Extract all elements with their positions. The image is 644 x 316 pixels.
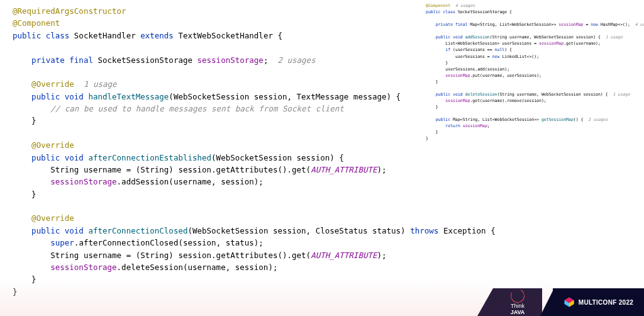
code-line: } (13, 115, 421, 127)
code-line: // can be used to handle messages sent b… (13, 103, 421, 115)
multiconf-text: MULTICONF 2022 (579, 299, 633, 306)
multiconf-logo: MULTICONF 2022 (553, 288, 644, 316)
code-line: } (13, 188, 421, 200)
code-line: private final SocketSessionStorage sessi… (13, 54, 421, 66)
code-line: } (426, 79, 635, 85)
code-line (426, 85, 635, 91)
code-line: sessionMap.put(username, userSessions); (426, 72, 635, 79)
code-line (426, 15, 635, 21)
code-line: return sessionMap; (426, 123, 635, 129)
code-line: String username = (String) session.getAt… (13, 164, 421, 176)
code-line: public void addSession(String username, … (426, 34, 635, 40)
usage-hint: 2 usages (277, 55, 315, 65)
code-line: @Override 1 usage (13, 78, 421, 90)
code-line: @Component (13, 17, 421, 29)
code-line: super.afterConnectionClosed(session, sta… (13, 237, 421, 249)
code-line (426, 28, 635, 34)
think-java-logo: ThinkJAVA (493, 288, 542, 316)
code-line: public void deleteSession(String usernam… (426, 91, 635, 98)
code-line: public void afterConnectionEstablished(W… (13, 152, 421, 164)
code-line: public class SocketHandler extends TextW… (13, 30, 421, 42)
code-line (13, 200, 421, 212)
code-line: sessionMap.get(username).remove(session)… (426, 98, 635, 104)
annotation: @Component (13, 18, 60, 28)
ring-icon (509, 287, 526, 304)
code-line (13, 42, 421, 54)
side-code-panel: @Component 4 usages public class SocketS… (426, 3, 635, 142)
usage-hint: 1 usage (84, 79, 117, 89)
code-line (13, 127, 421, 139)
code-line: public void afterConnectionClosed(WebSoc… (13, 225, 421, 237)
code-line: private final Map<String, List<WebSocket… (426, 21, 635, 28)
code-line: if (userSessions == null) { (426, 47, 635, 53)
code-line: @Override (13, 212, 421, 224)
code-line: public Map<String, List<WebSocketSession… (426, 116, 635, 123)
code-line: String username = (String) session.getAt… (13, 249, 421, 261)
code-line: } (13, 286, 421, 298)
code-line: @Component 4 usages (426, 3, 635, 9)
code-line: } (426, 60, 635, 66)
code-line: @RequiredArgsConstructor (13, 5, 421, 17)
main-code-panel: @RequiredArgsConstructor @Component publ… (13, 5, 421, 298)
code-line: public class SocketSessionStorage { (426, 9, 635, 15)
code-line: sessionStorage.deleteSession(username, s… (13, 261, 421, 273)
code-line: } (13, 273, 421, 285)
code-line (426, 110, 635, 116)
code-line: } (426, 104, 635, 110)
code-line: } (426, 135, 635, 142)
code-line: userSessions.add(session); (426, 66, 635, 72)
footer-slant (477, 288, 493, 316)
footer-slant (540, 288, 554, 316)
code-line: sessionStorage.addSession(username, sess… (13, 176, 421, 188)
code-line: @Override (13, 139, 421, 151)
code-line: List<WebSocketSession> userSessions = se… (426, 40, 635, 47)
annotation: @RequiredArgsConstructor (13, 6, 126, 16)
multiconf-icon (564, 296, 575, 308)
code-line: userSessions = new LinkedList<>(); (426, 54, 635, 60)
code-line (13, 66, 421, 78)
code-line: public void handleTextMessage(WebSocketS… (13, 91, 421, 103)
footer-bar: ThinkJAVA MULTICONF 2022 (440, 288, 644, 316)
code-line: } (426, 129, 635, 135)
